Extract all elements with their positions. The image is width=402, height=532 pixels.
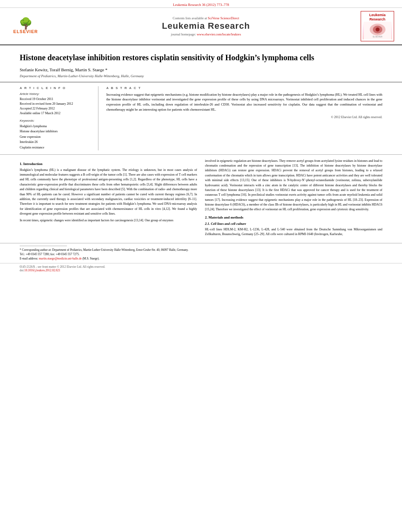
- keywords-label: Keywords:: [20, 119, 92, 122]
- section1-heading: 1. Introduction: [20, 162, 197, 166]
- section1-para1: Hodgkin’s lymphoma (HL) is a malignant d…: [20, 168, 197, 217]
- abstract-heading: A B S T R A C T: [106, 86, 382, 90]
- svg-text:ELSEVIER: ELSEVIER: [372, 35, 382, 38]
- journal-center: Contents lists available at SciVerse Sci…: [51, 16, 361, 36]
- footnote-tel: Tel.: +49 0345 557 7280; fax: +49 0345 5…: [20, 252, 382, 256]
- section2-text: HL-cell lines HDLM-2, KM-H2, L-1236, L-4…: [205, 227, 383, 237]
- bottom-footer: 0145-2126/$ – see front matter © 2012 El…: [0, 263, 402, 274]
- contents-line: Contents lists available at SciVerse Sci…: [51, 16, 361, 20]
- doi-line: doi:10.1016/j.leukres.2012.02.021: [20, 269, 382, 272]
- keywords-list: Hodgkin's lymphoma Histone deacetylase i…: [20, 124, 92, 150]
- elsevier-wordmark: ELSEVIER: [13, 29, 38, 34]
- article-meta-section: A R T I C L E I N F O Article history: R…: [0, 82, 402, 155]
- main-content: 1. Introduction Hodgkin’s lymphoma (HL) …: [0, 155, 402, 243]
- keyword-3: Gene expression: [20, 134, 92, 140]
- section1-para2: In recent times, epigenetic changes were…: [20, 218, 197, 223]
- keyword-5: Cisplatin resistance: [20, 145, 92, 150]
- journal-title: Leukemia Research: [51, 21, 361, 31]
- article-history: Received 19 October 2011 Received in rev…: [20, 97, 92, 116]
- homepage-link[interactable]: www.elsevier.com/locate/leukres: [197, 32, 241, 36]
- footnote-email-line: E-mail address: martin.staege@medizin.un…: [20, 256, 382, 261]
- section1-right-para1: involved in epigenetic regulation are hi…: [205, 159, 383, 212]
- article-title: Histone deacetylase inhibition restores …: [20, 52, 382, 63]
- email-link[interactable]: martin.staege@medizin.uni-halle.de: [39, 257, 82, 260]
- abstract-copyright: © 2012 Elsevier Ltd. All rights reserved…: [106, 115, 382, 119]
- keyword-4: Interleukin-26: [20, 139, 92, 145]
- keyword-2: Histone deacetylase inhibitors: [20, 129, 92, 134]
- journal-logo-box: Leukemia Research ELSEVIER: [361, 11, 394, 41]
- journal-logo-title: Leukemia Research: [363, 13, 392, 22]
- elsevier-logo-block: 🌳 ELSEVIER: [8, 18, 43, 34]
- article-info-col: A R T I C L E I N F O Article history: R…: [20, 86, 98, 150]
- issn-line: 0145-2126/$ – see front matter © 2012 El…: [20, 265, 382, 269]
- footnote-star: * Corresponding author at: Department of…: [20, 248, 382, 252]
- section2-heading: 2. Materials and methods: [205, 215, 383, 219]
- journal-header: 🌳 ELSEVIER Contents lists available at S…: [0, 8, 402, 45]
- footnote-area: * Corresponding author at: Department of…: [0, 243, 402, 263]
- main-left-col: 1. Introduction Hodgkin’s lymphoma (HL) …: [20, 159, 197, 239]
- sciverse-link[interactable]: SciVerse ScienceDirect: [208, 16, 239, 20]
- homepage-line: journal homepage: www.elsevier.com/locat…: [51, 32, 361, 36]
- main-right-col: involved in epigenetic regulation are hi…: [205, 159, 383, 239]
- page: Leukemia Research 36 (2012) 773–778 🌳 EL…: [0, 0, 402, 532]
- journal-logo-graphic: ELSEVIER: [363, 22, 392, 39]
- history-label: Article history:: [20, 92, 92, 96]
- top-bar: Leukemia Research 36 (2012) 773–778: [0, 0, 402, 8]
- affiliation: Department of Pediatrics, Martin-Luther-…: [20, 74, 382, 78]
- section2-subheading: 2.1. Cell lines and cell culture: [205, 222, 383, 226]
- journal-ref-link[interactable]: Leukemia Research 36 (2012) 773–778: [173, 3, 229, 7]
- elsevier-tree-icon: 🌳: [19, 18, 33, 29]
- email-name: (M.S. Staege).: [82, 257, 99, 260]
- abstract-col: A B S T R A C T Increasing evidence sugg…: [106, 86, 382, 150]
- doi-link[interactable]: 10.1016/j.leukres.2012.02.021: [24, 269, 60, 272]
- email-label: E-mail address:: [20, 257, 38, 260]
- article-info-heading: A R T I C L E I N F O: [20, 86, 92, 90]
- article-header: Histone deacetylase inhibition restores …: [0, 45, 402, 82]
- keyword-1: Hodgkin's lymphoma: [20, 124, 92, 129]
- svg-point-3: [376, 28, 380, 32]
- authors: Stefanie Kewitz, Toralf Bernig, Martin S…: [20, 67, 382, 72]
- abstract-text: Increasing evidence suggest that epigene…: [106, 92, 382, 112]
